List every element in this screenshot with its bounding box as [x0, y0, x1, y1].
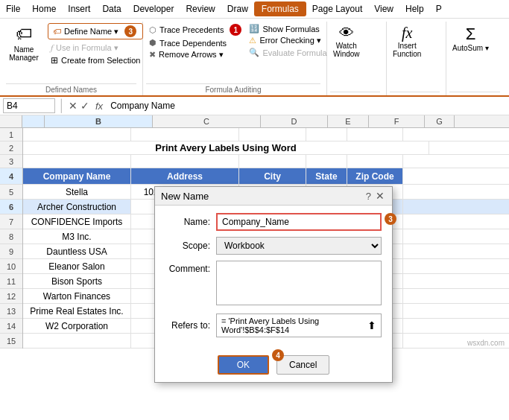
remove-arrows-icon: ✖	[149, 50, 156, 60]
cell-15-g[interactable]	[403, 334, 433, 348]
define-name-button[interactable]: 🏷 Define Name ▾ 3	[48, 23, 143, 39]
cell-13-company[interactable]: Prime Real Estates Inc.	[23, 304, 131, 318]
dialog-scope-row: Scope: Workbook	[165, 237, 382, 255]
menu-insert[interactable]: Insert	[62, 1, 96, 16]
cell-7-company[interactable]: CONFIDENCE Imports	[23, 214, 131, 229]
create-from-selection-button[interactable]: ⊞ Create from Selection	[48, 54, 143, 66]
dialog-ok-button[interactable]: OK	[218, 355, 269, 375]
cell-2-g[interactable]	[429, 141, 459, 154]
col-header-d[interactable]: D	[261, 115, 328, 127]
cell-1-d[interactable]	[239, 128, 306, 141]
menu-file[interactable]: File	[0, 1, 26, 16]
cell-15-b[interactable]	[23, 334, 131, 348]
cell-1-e[interactable]	[306, 128, 347, 141]
formula-input[interactable]	[109, 99, 506, 112]
cell-5-g[interactable]	[403, 185, 433, 199]
row-12-header: 12	[0, 289, 22, 304]
define-name-label: Define Name ▾	[64, 27, 118, 36]
dialog-name-input[interactable]	[216, 213, 382, 231]
cell-12-g[interactable]	[403, 289, 433, 303]
cell-reference-input[interactable]	[3, 98, 55, 113]
cell-3-e[interactable]	[306, 155, 347, 168]
cell-4-state[interactable]: State	[306, 168, 347, 184]
menu-pagelayout[interactable]: Page Layout	[306, 1, 368, 16]
autosum-button[interactable]: Σ AutoSum ▾	[449, 23, 492, 68]
col-header-c[interactable]: C	[153, 115, 261, 127]
cell-1-c[interactable]	[131, 128, 239, 141]
define-name-icon: 🏷	[53, 27, 61, 36]
cell-14-company[interactable]: W2 Corporation	[23, 319, 131, 333]
cell-4-city[interactable]: City	[239, 168, 306, 184]
cell-10-g[interactable]	[403, 259, 433, 273]
dialog-scope-select[interactable]: Workbook	[216, 237, 382, 255]
cell-12-company[interactable]: Warton Finances	[23, 289, 131, 303]
cell-1-b[interactable]	[23, 128, 131, 141]
menu-home[interactable]: Home	[26, 1, 62, 16]
cell-4-address[interactable]: Address	[131, 168, 239, 184]
menu-review[interactable]: Review	[180, 1, 221, 16]
menu-formulas[interactable]: Formulas	[254, 1, 306, 16]
cell-4-zip[interactable]: Zip Code	[347, 168, 403, 184]
cell-3-b[interactable]	[23, 155, 131, 168]
col-header-e[interactable]: E	[328, 115, 369, 127]
remove-arrows-button[interactable]: ✖ Remove Arrows ▾	[146, 49, 244, 60]
trace-dependents-icon: ⬢	[149, 38, 157, 48]
cell-10-company[interactable]: Eleanor Salon	[23, 259, 131, 273]
col-header-a	[22, 115, 45, 127]
dialog-title: New Name	[161, 191, 209, 202]
col-header-g[interactable]: G	[425, 115, 455, 127]
cell-5-company[interactable]: Stella	[23, 185, 131, 199]
dialog-refers-value[interactable]: = 'Print Avery Labels Using Word'!$B$4:$…	[216, 314, 382, 337]
menu-draw[interactable]: Draw	[221, 1, 254, 16]
cell-3-g[interactable]	[403, 155, 433, 168]
confirm-formula-icon[interactable]: ✓	[80, 100, 89, 112]
dialog-close-button[interactable]: ✕	[374, 190, 386, 202]
cell-6-g[interactable]	[403, 200, 433, 214]
evaluate-formula-button[interactable]: 🔍 Evaluate Formula	[246, 47, 329, 58]
cell-14-g[interactable]	[403, 319, 433, 333]
cell-3-c[interactable]	[131, 155, 239, 168]
insert-function-button[interactable]: fx InsertFunction	[390, 23, 424, 68]
cell-8-company[interactable]: M3 Inc.	[23, 229, 131, 244]
trace-precedents-button[interactable]: ⬡ Trace Precedents 1	[146, 23, 244, 36]
error-checking-icon: ⚠	[249, 36, 256, 45]
cell-7-g[interactable]	[403, 214, 433, 229]
cell-9-company[interactable]: Dauntless USA	[23, 244, 131, 258]
dialog-comment-input[interactable]	[216, 261, 382, 305]
cell-11-g[interactable]	[403, 274, 433, 288]
menu-data[interactable]: Data	[96, 1, 127, 16]
spreadsheet: B C D E F G 1 2 3 4 5 6 7 8 9 10 11 12 1…	[0, 115, 509, 349]
use-in-formula-button[interactable]: 𝑓 Use in Formula ▾	[48, 42, 143, 54]
row-3-header: 3	[0, 155, 22, 168]
cell-3-f[interactable]	[347, 155, 403, 168]
show-formulas-button[interactable]: 🔢 Show Formulas	[246, 23, 329, 34]
cell-13-g[interactable]	[403, 304, 433, 318]
cell-4-company[interactable]: Company Name	[23, 168, 131, 184]
col-header-b[interactable]: B	[45, 115, 153, 127]
cell-9-g[interactable]	[403, 244, 433, 258]
ribbon-group-autosum-content: Σ AutoSum ▾	[449, 23, 500, 90]
cell-11-company[interactable]: Bison Sports	[23, 274, 131, 288]
cell-4-g[interactable]	[403, 168, 433, 184]
menu-developer[interactable]: Developer	[127, 1, 180, 16]
cancel-formula-icon[interactable]: ✕	[69, 100, 78, 112]
error-checking-button[interactable]: ⚠ Error Checking ▾	[246, 35, 329, 46]
col-header-f[interactable]: F	[369, 115, 425, 127]
dialog-question-icon[interactable]: ?	[366, 191, 371, 202]
cell-1-f[interactable]	[347, 128, 403, 141]
cell-6-company[interactable]: Archer Construction	[23, 200, 131, 214]
dialog-cancel-button[interactable]: Cancel	[276, 355, 329, 375]
name-manager-button[interactable]: 🏷 NameManager	[6, 23, 42, 68]
watch-window-button[interactable]: 👁 WatchWindow	[330, 23, 363, 68]
cell-2-title[interactable]: Print Avery Labels Using Word	[23, 141, 429, 154]
menu-p[interactable]: P	[430, 1, 448, 16]
cell-3-d[interactable]	[239, 155, 306, 168]
menu-view[interactable]: View	[368, 1, 399, 16]
menu-help[interactable]: Help	[399, 1, 430, 16]
trace-dependents-button[interactable]: ⬢ Trace Dependents	[146, 37, 244, 48]
new-name-dialog[interactable]: New Name ? ✕ Name: 3 Scope:	[154, 186, 393, 383]
cell-1-g[interactable]	[403, 128, 433, 141]
ribbon-group-watch-label	[330, 92, 380, 94]
cell-8-g[interactable]	[403, 229, 433, 244]
dialog-refers-collapse-icon[interactable]: ⬆	[367, 319, 376, 331]
